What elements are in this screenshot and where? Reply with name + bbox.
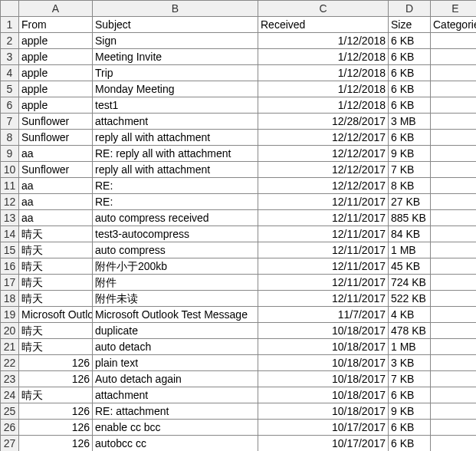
cell-categories[interactable] — [431, 339, 477, 355]
cell-subject[interactable]: test1 — [93, 97, 258, 114]
cell-from[interactable]: 晴天 — [19, 258, 93, 275]
cell-size[interactable]: 478 KB — [389, 323, 431, 339]
cell-received[interactable]: 12/12/2017 — [258, 178, 389, 194]
cell-categories[interactable] — [431, 49, 477, 65]
row-header[interactable]: 13 — [1, 210, 19, 226]
cell-size[interactable]: 7 KB — [389, 162, 431, 178]
cell-size[interactable]: 3 KB — [389, 355, 431, 371]
cell-size[interactable]: 8 KB — [389, 178, 431, 194]
row-header[interactable]: 16 — [1, 258, 19, 275]
cell-size[interactable]: 1 MB — [389, 339, 431, 355]
cell-size[interactable]: 6 KB — [389, 49, 431, 65]
cell-from[interactable]: aa — [19, 210, 93, 226]
cell-categories[interactable] — [431, 226, 477, 242]
cell-received[interactable]: 1/12/2018 — [258, 49, 389, 65]
cell-categories[interactable] — [431, 436, 477, 452]
row-header[interactable]: 25 — [1, 403, 19, 420]
cell-from[interactable]: Sunflower — [19, 114, 93, 130]
cell-from[interactable]: From — [19, 17, 93, 33]
cell-from[interactable]: 晴天 — [19, 387, 93, 403]
cell-from[interactable]: 126 — [19, 420, 93, 436]
cell-size[interactable]: 6 KB — [389, 130, 431, 146]
cell-subject[interactable]: attachment — [93, 387, 258, 403]
select-all-corner[interactable] — [1, 1, 19, 17]
cell-from[interactable]: 126 — [19, 371, 93, 387]
col-header-a[interactable]: A — [19, 1, 93, 17]
row-header[interactable]: 27 — [1, 436, 19, 452]
cell-from[interactable]: apple — [19, 81, 93, 97]
cell-received[interactable]: 12/11/2017 — [258, 226, 389, 242]
cell-categories[interactable] — [431, 130, 477, 146]
cell-subject[interactable]: auto compress received — [93, 210, 258, 226]
col-header-c[interactable]: C — [258, 1, 389, 17]
cell-from[interactable]: 126 — [19, 436, 93, 452]
cell-from[interactable]: 126 — [19, 403, 93, 420]
cell-received[interactable]: 10/17/2017 — [258, 420, 389, 436]
cell-received[interactable]: 10/18/2017 — [258, 403, 389, 420]
cell-from[interactable]: 晴天 — [19, 242, 93, 258]
cell-subject[interactable]: Trip — [93, 65, 258, 81]
cell-received[interactable]: 12/11/2017 — [258, 194, 389, 210]
cell-categories[interactable] — [431, 403, 477, 420]
cell-size[interactable]: 27 KB — [389, 194, 431, 210]
row-header[interactable]: 14 — [1, 226, 19, 242]
cell-size[interactable]: 885 KB — [389, 210, 431, 226]
cell-size[interactable]: 1 MB — [389, 242, 431, 258]
row-header[interactable]: 8 — [1, 130, 19, 146]
cell-from[interactable]: aa — [19, 146, 93, 162]
cell-size[interactable]: 6 KB — [389, 97, 431, 114]
cell-subject[interactable]: 附件 — [93, 275, 258, 291]
cell-size[interactable]: 4 KB — [389, 307, 431, 323]
cell-from[interactable]: apple — [19, 33, 93, 49]
row-header[interactable]: 18 — [1, 291, 19, 307]
cell-size[interactable]: 45 KB — [389, 258, 431, 275]
row-header[interactable]: 6 — [1, 97, 19, 114]
cell-received[interactable]: 12/12/2017 — [258, 146, 389, 162]
cell-size[interactable]: 6 KB — [389, 420, 431, 436]
cell-from[interactable]: 晴天 — [19, 323, 93, 339]
row-header[interactable]: 11 — [1, 178, 19, 194]
cell-subject[interactable]: RE: attachment — [93, 403, 258, 420]
cell-size[interactable]: 9 KB — [389, 403, 431, 420]
cell-categories[interactable] — [431, 307, 477, 323]
cell-subject[interactable]: Monday Meeting — [93, 81, 258, 97]
row-header[interactable]: 10 — [1, 162, 19, 178]
cell-subject[interactable]: Subject — [93, 17, 258, 33]
row-header[interactable]: 2 — [1, 33, 19, 49]
cell-from[interactable]: aa — [19, 194, 93, 210]
row-header[interactable]: 20 — [1, 323, 19, 339]
cell-received[interactable]: 1/12/2018 — [258, 81, 389, 97]
cell-from[interactable]: 晴天 — [19, 339, 93, 355]
spreadsheet-grid[interactable]: A B C D E 1FromSubjectReceivedSizeCatego… — [0, 0, 476, 451]
cell-received[interactable]: 12/11/2017 — [258, 291, 389, 307]
row-header[interactable]: 17 — [1, 275, 19, 291]
row-header[interactable]: 4 — [1, 65, 19, 81]
cell-categories[interactable] — [431, 355, 477, 371]
cell-size[interactable]: Size — [389, 17, 431, 33]
cell-received[interactable]: 12/11/2017 — [258, 242, 389, 258]
cell-subject[interactable]: 附件小于200kb — [93, 258, 258, 275]
cell-received[interactable]: 10/18/2017 — [258, 371, 389, 387]
cell-received[interactable]: 12/11/2017 — [258, 258, 389, 275]
cell-subject[interactable]: Microsoft Outlook Test Message — [93, 307, 258, 323]
row-header[interactable]: 9 — [1, 146, 19, 162]
cell-categories[interactable] — [431, 210, 477, 226]
cell-categories[interactable] — [431, 33, 477, 49]
row-header[interactable]: 24 — [1, 387, 19, 403]
cell-size[interactable]: 7 KB — [389, 371, 431, 387]
row-header[interactable]: 1 — [1, 17, 19, 33]
cell-received[interactable]: 10/17/2017 — [258, 436, 389, 452]
cell-subject[interactable]: RE: — [93, 194, 258, 210]
cell-received[interactable]: 1/12/2018 — [258, 33, 389, 49]
cell-received[interactable]: 12/11/2017 — [258, 275, 389, 291]
cell-from[interactable]: apple — [19, 49, 93, 65]
cell-from[interactable]: 晴天 — [19, 291, 93, 307]
cell-subject[interactable]: reply all with attachment — [93, 130, 258, 146]
row-header[interactable]: 5 — [1, 81, 19, 97]
row-header[interactable]: 21 — [1, 339, 19, 355]
row-header[interactable]: 26 — [1, 420, 19, 436]
cell-categories[interactable] — [431, 371, 477, 387]
cell-size[interactable]: 724 KB — [389, 275, 431, 291]
cell-received[interactable]: 10/18/2017 — [258, 323, 389, 339]
cell-received[interactable]: 10/18/2017 — [258, 387, 389, 403]
